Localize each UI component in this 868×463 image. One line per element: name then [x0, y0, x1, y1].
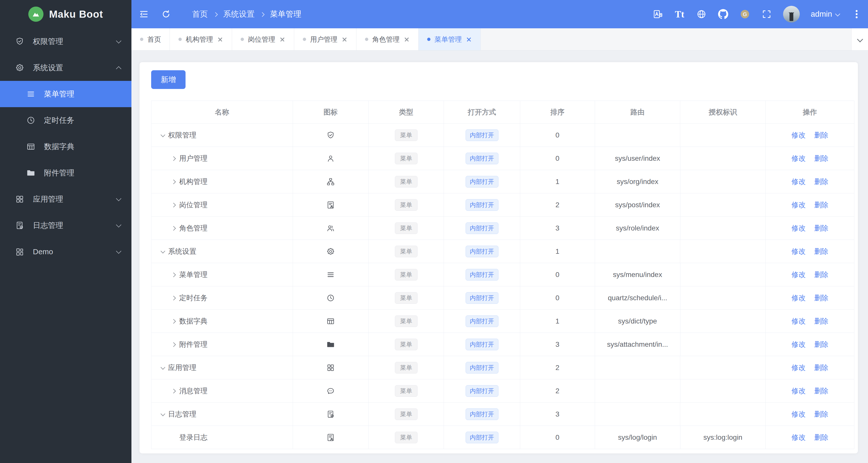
- modify-link[interactable]: 修改: [792, 223, 806, 233]
- modify-link[interactable]: 修改: [792, 433, 806, 442]
- sidebar-item-data-dictionary[interactable]: 数据字典: [0, 133, 131, 160]
- tab-role-management[interactable]: 角色管理: [356, 28, 418, 50]
- modify-link[interactable]: 修改: [792, 409, 806, 419]
- user-avatar[interactable]: [783, 6, 800, 23]
- table-row: 应用管理 菜单 内部打开 2 修改删除: [151, 356, 854, 379]
- modify-link[interactable]: 修改: [792, 363, 806, 373]
- column-header-auth: 授权标识: [680, 101, 766, 123]
- modify-link[interactable]: 修改: [792, 270, 806, 280]
- delete-link[interactable]: 删除: [814, 433, 828, 442]
- delete-link[interactable]: 删除: [814, 177, 828, 187]
- breadcrumb-home[interactable]: 首页: [192, 9, 208, 20]
- open-mode-tag: 内部打开: [466, 292, 498, 304]
- column-header-route: 路由: [595, 101, 680, 123]
- sidebar-item-label: 数据字典: [44, 142, 121, 152]
- tab-list-dropdown[interactable]: [851, 28, 868, 50]
- tab-home[interactable]: 首页: [131, 28, 170, 50]
- delete-link[interactable]: 删除: [814, 409, 828, 419]
- delete-link[interactable]: 删除: [814, 223, 828, 233]
- delete-link[interactable]: 删除: [814, 130, 828, 140]
- modify-link[interactable]: 修改: [792, 340, 806, 349]
- delete-link[interactable]: 删除: [814, 363, 828, 373]
- table-row: 角色管理 菜单 内部打开 3 sys/role/index 修改删除: [151, 217, 854, 240]
- delete-link[interactable]: 删除: [814, 270, 828, 280]
- modify-link[interactable]: 修改: [792, 247, 806, 256]
- expand-arrow-icon[interactable]: [169, 223, 179, 233]
- open-mode-tag: 内部打开: [466, 385, 498, 397]
- tab-user-management[interactable]: 用户管理: [294, 28, 356, 50]
- sidebar-item-attachments[interactable]: 附件管理: [0, 160, 131, 186]
- close-tab-icon[interactable]: [466, 36, 472, 42]
- sidebar-item-menu-management[interactable]: 菜单管理: [0, 81, 131, 107]
- expand-arrow-icon[interactable]: [169, 293, 179, 303]
- modify-link[interactable]: 修改: [792, 316, 806, 326]
- tab-post-management[interactable]: 岗位管理: [232, 28, 294, 50]
- folder-icon: [26, 168, 35, 177]
- collapse-sidebar-icon[interactable]: [138, 9, 149, 20]
- table-row: 登录日志 菜单 内部打开 0 sys/log/login sys:log:log…: [151, 426, 854, 449]
- delete-link[interactable]: 删除: [814, 340, 828, 349]
- font-size-icon[interactable]: Tt: [674, 9, 685, 20]
- close-tab-icon[interactable]: [404, 36, 410, 42]
- close-tab-icon[interactable]: [341, 36, 347, 42]
- row-name: 日志管理: [168, 409, 196, 419]
- delete-link[interactable]: 删除: [814, 247, 828, 256]
- route-value: sys/role/index: [595, 217, 680, 240]
- modify-link[interactable]: 修改: [792, 386, 806, 396]
- expand-arrow-icon[interactable]: [169, 316, 179, 326]
- open-mode-tag: 内部打开: [466, 129, 498, 141]
- delete-link[interactable]: 删除: [814, 386, 828, 396]
- breadcrumb-system-settings[interactable]: 系统设置: [223, 9, 254, 20]
- dictionary-table-icon: [26, 142, 35, 151]
- collapse-arrow-icon[interactable]: [158, 247, 168, 256]
- type-tag: 菜单: [395, 269, 417, 280]
- close-tab-icon[interactable]: [217, 36, 223, 42]
- auth-value: [680, 286, 766, 309]
- kebab-menu-icon[interactable]: [851, 9, 862, 20]
- tab-org-management[interactable]: 机构管理: [170, 28, 232, 50]
- collapse-arrow-icon[interactable]: [158, 363, 168, 373]
- add-button[interactable]: 新增: [151, 70, 186, 89]
- sort-value: 0: [520, 124, 595, 147]
- modify-link[interactable]: 修改: [792, 130, 806, 140]
- expand-arrow-icon[interactable]: [169, 270, 179, 280]
- close-tab-icon[interactable]: [279, 36, 285, 42]
- github-icon[interactable]: [718, 9, 728, 20]
- collapse-arrow-icon[interactable]: [158, 130, 168, 140]
- fullscreen-icon[interactable]: [761, 9, 772, 20]
- globe-icon[interactable]: [696, 9, 707, 20]
- row-name: 定时任务: [179, 293, 208, 303]
- expand-arrow-icon[interactable]: [169, 200, 179, 210]
- sidebar-item-logs[interactable]: 日志管理: [0, 212, 131, 239]
- modify-link[interactable]: 修改: [792, 154, 806, 163]
- refresh-icon[interactable]: [161, 9, 172, 20]
- user-menu[interactable]: admin: [811, 9, 840, 19]
- leaf-spacer: [169, 433, 179, 442]
- chevron-down-icon: [116, 197, 121, 202]
- translate-icon[interactable]: [653, 9, 663, 20]
- collapse-arrow-icon[interactable]: [158, 409, 168, 419]
- tab-menu-management[interactable]: 菜单管理: [418, 28, 481, 50]
- sidebar-item-label: 菜单管理: [44, 89, 121, 99]
- app-logo[interactable]: Maku Boot: [0, 0, 131, 28]
- modify-link[interactable]: 修改: [792, 200, 806, 210]
- gitee-icon[interactable]: G: [740, 9, 750, 20]
- expand-arrow-icon[interactable]: [169, 154, 179, 163]
- brand-mountain-icon: [28, 7, 43, 22]
- table-row: 日志管理 菜单 内部打开 3 修改删除: [151, 403, 854, 426]
- expand-arrow-icon[interactable]: [169, 386, 179, 396]
- delete-link[interactable]: 删除: [814, 293, 828, 303]
- modify-link[interactable]: 修改: [792, 177, 806, 187]
- sidebar-item-demo[interactable]: Demo: [0, 239, 131, 265]
- delete-link[interactable]: 删除: [814, 200, 828, 210]
- sidebar-item-system[interactable]: 系统设置: [0, 55, 131, 81]
- sidebar-item-applications[interactable]: 应用管理: [0, 186, 131, 212]
- delete-link[interactable]: 删除: [814, 316, 828, 326]
- expand-arrow-icon[interactable]: [169, 340, 179, 349]
- route-value: sys/user/index: [595, 147, 680, 170]
- delete-link[interactable]: 删除: [814, 154, 828, 163]
- sidebar-item-scheduled-tasks[interactable]: 定时任务: [0, 107, 131, 133]
- sidebar-item-permission[interactable]: 权限管理: [0, 28, 131, 55]
- expand-arrow-icon[interactable]: [169, 177, 179, 187]
- modify-link[interactable]: 修改: [792, 293, 806, 303]
